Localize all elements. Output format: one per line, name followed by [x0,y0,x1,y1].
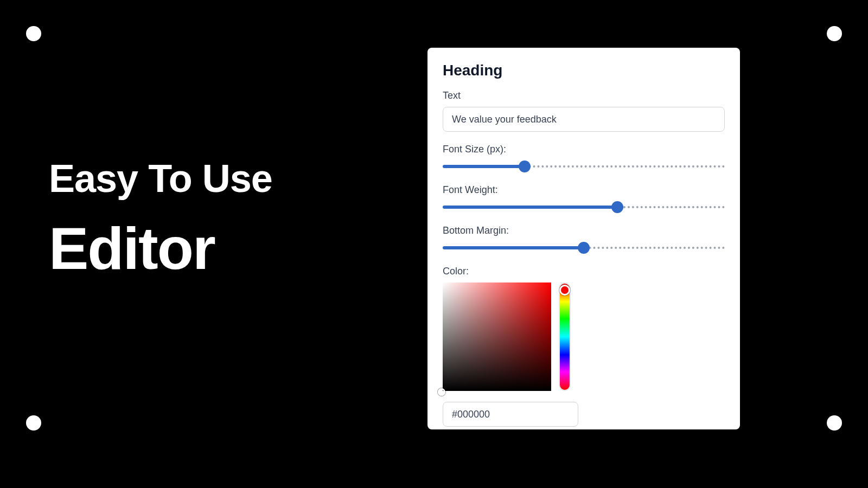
decorative-dot [26,26,41,41]
text-label: Text [443,90,725,101]
slider-fill [443,165,525,168]
color-hue-thumb[interactable] [559,285,570,296]
color-label: Color: [443,266,725,277]
color-saturation-value-picker[interactable] [443,282,551,391]
bottom-margin-slider[interactable] [443,242,725,254]
font-size-group: Font Size (px): [443,144,725,172]
slider-fill [443,246,584,249]
font-weight-label: Font Weight: [443,184,725,196]
color-sv-cursor[interactable] [438,388,445,396]
decorative-dot [26,415,41,431]
text-group: Text [443,90,725,132]
heading-text-input[interactable] [443,107,725,132]
font-weight-slider[interactable] [443,201,725,213]
bottom-margin-group: Bottom Margin: [443,225,725,254]
color-group: Color: [443,266,725,427]
decorative-dot [827,26,842,41]
panel-title: Heading [443,62,725,79]
hero-text: Easy To Use Editor [49,157,272,283]
bottom-margin-label: Bottom Margin: [443,225,725,236]
editor-panel: Heading Text Font Size (px): Font Weight… [427,48,740,429]
slider-thumb[interactable] [611,201,623,213]
slider-fill [443,206,617,209]
font-size-slider[interactable] [443,160,725,172]
font-weight-group: Font Weight: [443,184,725,213]
decorative-dot [827,415,842,431]
color-hue-slider[interactable] [559,282,571,391]
hero-line-2: Editor [49,214,272,283]
color-hex-input[interactable] [443,402,578,427]
slider-thumb[interactable] [578,242,590,254]
font-size-label: Font Size (px): [443,144,725,155]
hero-line-1: Easy To Use [49,157,272,200]
slider-thumb[interactable] [519,160,531,172]
